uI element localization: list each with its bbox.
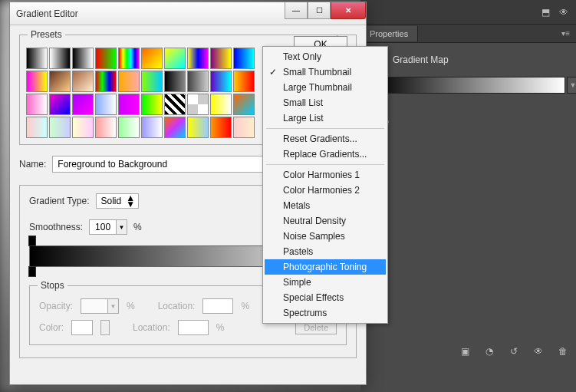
menu-item[interactable]: Special Effects [265,290,386,305]
preset-swatch[interactable] [187,71,209,92]
preset-swatch[interactable] [95,48,117,69]
gradient-dropdown-icon[interactable]: ▼ [567,77,576,94]
dither-row: er [371,103,565,114]
properties-panel-body: Gradient Map ▼ er erse [360,43,576,141]
preset-swatch[interactable] [72,94,94,115]
preset-swatch[interactable] [164,48,186,69]
menu-item[interactable]: Text Only [265,49,386,64]
menu-item[interactable]: Pastels [265,244,386,259]
chain-icon[interactable]: ⬒ [541,7,550,18]
preset-swatch[interactable] [210,71,232,92]
dialog-titlebar[interactable]: Gradient Editor — ☐ ✕ [10,2,366,25]
menu-item[interactable]: Neutral Density [265,213,386,229]
stops-label: Stops [38,280,67,291]
preset-swatch[interactable] [95,94,117,115]
menu-item[interactable]: Small List [265,95,386,110]
smoothness-spinner[interactable]: ▼ [89,219,127,235]
preset-swatch[interactable] [233,71,255,92]
menu-item[interactable]: Color Harmonies 2 [265,183,386,198]
preset-swatch[interactable] [233,117,255,138]
smoothness-input[interactable] [90,220,116,234]
preset-swatch[interactable] [164,71,186,92]
preset-swatch[interactable] [118,71,140,92]
preset-swatch[interactable] [187,117,209,138]
gradient-type-label: Gradient Type: [29,196,90,206]
close-button[interactable]: ✕ [331,2,366,19]
menu-item[interactable]: Simple [265,275,386,290]
preset-swatch[interactable] [210,48,232,69]
preset-swatch[interactable] [95,117,117,138]
name-label: Name: [19,159,46,170]
gradient-type-select[interactable]: Solid ▲▼ [96,193,140,209]
menu-item[interactable]: Metals [265,198,386,213]
menu-item[interactable]: Large Thumbnail [265,80,386,95]
panel-top-strip: ⬒ 👁 [360,0,576,25]
tab-properties[interactable]: Properties [360,26,418,41]
preset-swatch[interactable] [187,94,209,115]
preset-swatch[interactable] [187,48,209,69]
menu-separator [266,128,384,129]
color-stop-left[interactable] [28,266,36,277]
color-location-unit: % [216,322,225,333]
clip-mask-icon[interactable]: ◔ [482,346,496,358]
menu-item[interactable]: Replace Gradients... [265,147,386,162]
preset-swatch[interactable] [141,94,163,115]
panel-menu-icon[interactable]: ▾≡ [561,29,576,38]
gradient-type-value: Solid [101,196,122,206]
minimize-button[interactable]: — [285,2,308,19]
opacity-unit: % [127,301,135,311]
trash-icon[interactable]: 🗑 [556,346,570,358]
properties-tabbar: Properties ▾≡ [360,25,576,43]
preset-swatch[interactable] [164,117,186,138]
opacity-stop-left[interactable] [28,236,36,246]
preset-swatch[interactable] [72,117,94,138]
eye-icon[interactable]: 👁 [559,7,568,18]
preset-swatch[interactable] [141,71,163,92]
menu-item[interactable]: Noise Samples [265,229,386,244]
preset-swatch[interactable] [49,117,71,138]
window-buttons: — ☐ ✕ [285,2,366,19]
properties-title-row: Gradient Map [371,54,565,66]
opacity-location-label: Location: [158,301,196,311]
preset-swatch[interactable] [141,117,163,138]
menu-item[interactable]: Large List [265,110,386,126]
menu-item[interactable]: Color Harmonies 1 [265,167,386,183]
preset-swatch[interactable] [26,48,48,69]
properties-title: Gradient Map [393,54,449,65]
presets-label: Presets [28,29,65,40]
preset-swatch[interactable] [118,48,140,69]
preset-swatch[interactable] [49,94,71,115]
preset-swatch[interactable] [141,48,163,69]
gradient-preview[interactable] [371,77,565,94]
opacity-location-input [202,298,233,314]
preset-swatch[interactable] [26,117,48,138]
reset-icon[interactable]: ↺ [507,346,521,358]
menu-item[interactable]: Small Thumbnail [265,64,386,80]
adjustment-icon[interactable]: ▣ [458,346,472,358]
preset-swatch[interactable] [26,71,48,92]
smoothness-label: Smoothness: [29,222,83,232]
menu-item[interactable]: Spectrums [265,305,386,321]
preset-swatch[interactable] [233,48,255,69]
preset-swatch[interactable] [49,48,71,69]
preset-swatch[interactable] [210,94,232,115]
visibility-icon[interactable]: 👁 [532,346,545,358]
preset-swatch[interactable] [49,71,71,92]
preset-swatch[interactable] [26,94,48,115]
preset-swatch[interactable] [118,117,140,138]
preset-swatch[interactable] [233,94,255,115]
preset-swatch[interactable] [72,71,94,92]
menu-item[interactable]: Photographic Toning [265,259,386,275]
right-panel-stack: ⬒ 👁 Properties ▾≡ Gradient Map ▼ er erse… [360,0,576,392]
preset-swatch[interactable] [210,117,232,138]
preset-swatch[interactable] [164,94,186,115]
preset-swatch[interactable] [118,94,140,115]
select-arrows-icon: ▲▼ [126,195,135,207]
menu-item[interactable]: Reset Gradients... [265,131,386,147]
spinner-down-icon[interactable]: ▼ [116,220,127,234]
maximize-button[interactable]: ☐ [308,2,331,19]
color-swatch-input [71,320,93,335]
preset-swatch[interactable] [72,48,94,69]
preset-swatch[interactable] [95,71,117,92]
reverse-row: erse [371,117,565,127]
